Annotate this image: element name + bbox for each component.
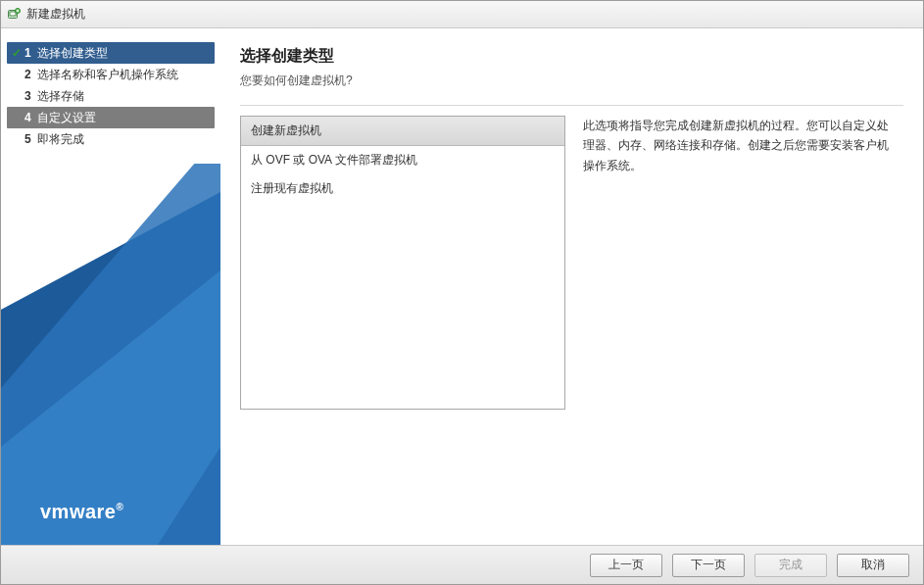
step-label: 选择存储 [37, 88, 84, 105]
back-button[interactable]: 上一页 [590, 554, 662, 577]
wizard-window: 新建虚拟机 ✓ 1 选择创建类型 2 选择名称和客户机操作系统 3 选择存储 [0, 0, 924, 585]
option-label: 创建新虚拟机 [251, 123, 321, 137]
option-register-existing-vm[interactable]: 注册现有虚拟机 [241, 174, 564, 203]
footer: 上一页 下一页 完成 取消 [1, 545, 923, 584]
step-list: ✓ 1 选择创建类型 2 选择名称和客户机操作系统 3 选择存储 4 自定义设置 [1, 28, 220, 150]
step-label: 自定义设置 [37, 110, 96, 126]
vmware-logo: vmware® [40, 501, 123, 523]
check-icon: ✓ [11, 46, 23, 60]
option-create-new-vm[interactable]: 创建新虚拟机 [241, 117, 564, 146]
option-label: 从 OVF 或 OVA 文件部署虚拟机 [251, 153, 417, 167]
step-ready-to-complete[interactable]: 5 即将完成 [7, 128, 215, 150]
page-subtitle: 您要如何创建虚拟机? [240, 73, 903, 89]
step-label: 即将完成 [37, 131, 84, 148]
wizard-body: ✓ 1 选择创建类型 2 选择名称和客户机操作系统 3 选择存储 4 自定义设置 [1, 28, 923, 545]
step-label: 选择名称和客户机操作系统 [37, 67, 178, 83]
step-customize-settings[interactable]: 4 自定义设置 [7, 107, 215, 128]
content-area: 创建新虚拟机 从 OVF 或 OVA 文件部署虚拟机 注册现有虚拟机 此选项将指… [240, 116, 903, 533]
step-select-storage[interactable]: 3 选择存储 [7, 85, 215, 107]
step-select-name-guest-os[interactable]: 2 选择名称和客户机操作系统 [7, 64, 215, 85]
main-panel: 选择创建类型 您要如何创建虚拟机? 创建新虚拟机 从 OVF 或 OVA 文件部… [220, 28, 923, 545]
next-button[interactable]: 下一页 [672, 554, 745, 577]
creation-type-list: 创建新虚拟机 从 OVF 或 OVA 文件部署虚拟机 注册现有虚拟机 [240, 116, 565, 410]
step-label: 选择创建类型 [37, 45, 108, 62]
titlebar: 新建虚拟机 [1, 1, 923, 28]
finish-button[interactable]: 完成 [754, 554, 827, 577]
cancel-button[interactable]: 取消 [837, 554, 909, 577]
vm-add-icon [7, 8, 21, 22]
sidebar-art: vmware® [1, 164, 220, 545]
page-title: 选择创建类型 [240, 46, 903, 67]
sidebar: ✓ 1 选择创建类型 2 选择名称和客户机操作系统 3 选择存储 4 自定义设置 [1, 28, 220, 545]
window-title: 新建虚拟机 [26, 6, 85, 23]
step-select-creation-type[interactable]: ✓ 1 选择创建类型 [7, 42, 215, 64]
option-deploy-from-ovf-ova[interactable]: 从 OVF 或 OVA 文件部署虚拟机 [241, 146, 564, 174]
svg-rect-1 [10, 12, 16, 16]
divider [240, 105, 903, 106]
option-label: 注册现有虚拟机 [251, 181, 333, 195]
option-description: 此选项将指导您完成创建新虚拟机的过程。您可以自定义处理器、内存、网络连接和存储。… [577, 116, 903, 533]
